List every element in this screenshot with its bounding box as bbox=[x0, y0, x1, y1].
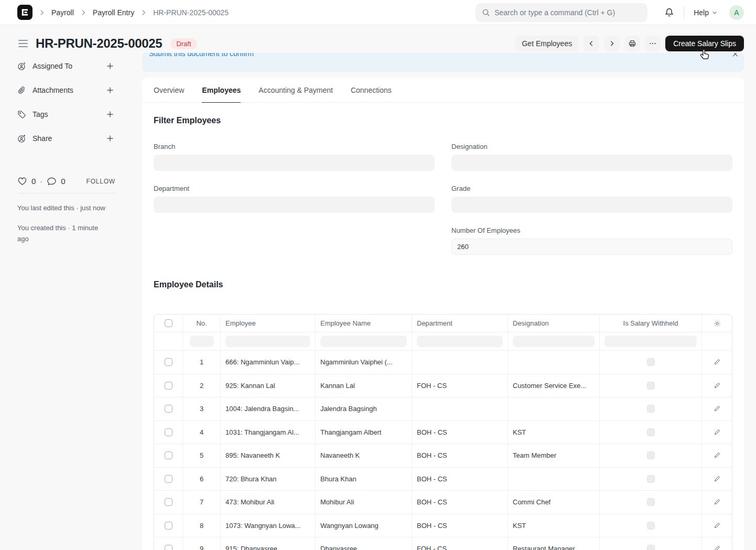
breadcrumb-payroll[interactable]: Payroll bbox=[51, 8, 74, 17]
employee-name-cell[interactable]: Dhanyasree bbox=[315, 537, 412, 550]
row-checkbox[interactable] bbox=[165, 498, 172, 506]
employee-name-cell[interactable]: Jalendra Bagsingh bbox=[315, 397, 412, 420]
add-assignment-button[interactable] bbox=[105, 61, 115, 71]
follow-button[interactable]: FOLLOW bbox=[87, 178, 115, 185]
department-cell[interactable]: BOH - CS bbox=[412, 444, 507, 467]
department-cell[interactable]: FOH - CS bbox=[412, 537, 507, 550]
tab-overview[interactable]: Overview bbox=[154, 78, 184, 103]
tab-accounting-payment[interactable]: Accounting & Payment bbox=[258, 78, 333, 103]
is-salary-withheld-checkbox[interactable] bbox=[647, 522, 655, 530]
employee-name-cell[interactable]: Bhura Khan bbox=[315, 468, 412, 491]
select-all-checkbox[interactable] bbox=[165, 319, 172, 327]
row-checkbox[interactable] bbox=[165, 475, 172, 483]
filter-is-salary-withheld-input[interactable] bbox=[604, 336, 697, 347]
submit-alert-link[interactable]: Submit this document to confirm bbox=[149, 53, 254, 58]
tab-employees[interactable]: Employees bbox=[202, 78, 241, 103]
row-checkbox[interactable] bbox=[165, 451, 172, 459]
edit-row-button[interactable] bbox=[701, 397, 732, 420]
edit-row-button[interactable] bbox=[701, 491, 732, 514]
col-header-employee-name[interactable]: Employee Name bbox=[315, 315, 412, 332]
employee-name-cell[interactable]: Ngamminlun Vaiphei (... bbox=[315, 351, 412, 374]
col-header-employee[interactable]: Employee bbox=[220, 315, 315, 332]
sidebar-item-assigned-to[interactable]: Assigned To bbox=[17, 59, 115, 73]
designation-cell[interactable]: Commi Chef bbox=[507, 491, 599, 514]
edit-row-button[interactable] bbox=[701, 374, 732, 397]
filter-no-input[interactable] bbox=[190, 336, 214, 347]
department-cell[interactable]: FOH - CS bbox=[412, 374, 507, 397]
employee-cell[interactable]: 666: Ngamminlun Vaip... bbox=[220, 351, 315, 374]
department-cell[interactable]: BOH - CS bbox=[412, 468, 507, 491]
add-tag-button[interactable] bbox=[105, 109, 115, 120]
sidebar-item-tags[interactable]: Tags bbox=[17, 107, 115, 122]
is-salary-withheld-checkbox[interactable] bbox=[647, 475, 655, 483]
table-settings-button[interactable] bbox=[701, 315, 732, 332]
designation-cell[interactable]: KST bbox=[507, 514, 599, 537]
employee-cell[interactable]: 915: Dhanyasree bbox=[220, 537, 315, 550]
breadcrumb-payroll-entry[interactable]: Payroll Entry bbox=[93, 8, 134, 17]
close-icon[interactable] bbox=[732, 53, 739, 59]
employee-cell[interactable]: 1031: Thangjangam Al... bbox=[220, 421, 315, 444]
is-salary-withheld-checkbox[interactable] bbox=[647, 405, 655, 413]
user-avatar[interactable]: A bbox=[729, 5, 744, 20]
grade-input[interactable] bbox=[451, 197, 732, 213]
designation-cell[interactable]: Team Member bbox=[507, 444, 599, 467]
edit-row-button[interactable] bbox=[701, 537, 732, 550]
col-header-is-salary-withheld[interactable]: Is Salary Withheld bbox=[599, 315, 701, 332]
sidebar-toggle-icon[interactable] bbox=[17, 38, 29, 49]
edit-row-button[interactable] bbox=[701, 421, 732, 444]
designation-cell[interactable] bbox=[507, 468, 599, 491]
row-checkbox[interactable] bbox=[165, 428, 172, 436]
edit-row-button[interactable] bbox=[701, 351, 732, 374]
comment-icon[interactable] bbox=[47, 176, 57, 186]
designation-cell[interactable] bbox=[507, 351, 599, 374]
department-cell[interactable]: BOH - CS bbox=[412, 421, 507, 444]
designation-cell[interactable]: Customer Service Exe... bbox=[507, 374, 599, 397]
is-salary-withheld-checkbox[interactable] bbox=[647, 382, 655, 390]
add-share-button[interactable] bbox=[105, 133, 115, 144]
department-cell[interactable] bbox=[412, 351, 507, 374]
is-salary-withheld-checkbox[interactable] bbox=[647, 545, 655, 550]
row-checkbox[interactable] bbox=[165, 405, 172, 413]
employee-cell[interactable]: 895: Navaneeth K bbox=[220, 444, 315, 467]
department-input[interactable] bbox=[154, 197, 435, 213]
department-cell[interactable]: BOH - CS bbox=[412, 491, 507, 514]
edit-row-button[interactable] bbox=[701, 444, 732, 467]
employee-name-cell[interactable]: Navaneeth K bbox=[315, 444, 412, 467]
add-attachment-button[interactable] bbox=[105, 85, 115, 95]
designation-input[interactable] bbox=[451, 155, 732, 171]
department-cell[interactable]: BOH - CS bbox=[412, 514, 507, 537]
branch-input[interactable] bbox=[154, 155, 435, 171]
sidebar-item-share[interactable]: Share bbox=[17, 131, 115, 146]
employee-cell[interactable]: 925: Kannan Lal bbox=[220, 374, 315, 397]
employee-name-cell[interactable]: Wangnyan Lowang bbox=[315, 514, 412, 537]
designation-cell[interactable]: KST bbox=[507, 421, 599, 444]
employee-name-cell[interactable]: Mohibur Ali bbox=[315, 491, 412, 514]
sidebar-item-attachments[interactable]: Attachments bbox=[17, 83, 115, 98]
employee-cell[interactable]: 720: Bhura Khan bbox=[220, 468, 315, 491]
edit-row-button[interactable] bbox=[701, 514, 732, 537]
is-salary-withheld-checkbox[interactable] bbox=[647, 358, 655, 366]
is-salary-withheld-checkbox[interactable] bbox=[647, 451, 655, 459]
employee-cell[interactable]: 1073: Wangnyan Lowa... bbox=[220, 514, 315, 537]
app-logo[interactable] bbox=[17, 5, 33, 20]
tab-connections[interactable]: Connections bbox=[351, 78, 392, 103]
is-salary-withheld-checkbox[interactable] bbox=[647, 428, 655, 436]
employee-cell[interactable]: 473: Mohibur Ali bbox=[220, 491, 315, 514]
department-cell[interactable] bbox=[412, 397, 507, 420]
designation-cell[interactable]: Restaurant Manager bbox=[507, 537, 599, 550]
employee-name-cell[interactable]: Kannan Lal bbox=[315, 374, 412, 397]
employee-cell[interactable]: 1004: Jalendra Bagsin... bbox=[220, 397, 315, 420]
filter-designation-input[interactable] bbox=[513, 336, 595, 347]
global-search-input[interactable]: Search or type a command (Ctrl + G) bbox=[476, 3, 647, 22]
edit-row-button[interactable] bbox=[701, 468, 732, 491]
row-checkbox[interactable] bbox=[165, 382, 172, 390]
designation-cell[interactable] bbox=[507, 397, 599, 420]
row-checkbox[interactable] bbox=[165, 358, 172, 366]
col-header-department[interactable]: Department bbox=[412, 315, 507, 332]
row-checkbox[interactable] bbox=[165, 545, 172, 550]
filter-department-input[interactable] bbox=[417, 336, 503, 347]
filter-employee-name-input[interactable] bbox=[320, 336, 407, 347]
heart-icon[interactable] bbox=[17, 176, 27, 186]
col-header-designation[interactable]: Designation bbox=[507, 315, 599, 332]
is-salary-withheld-checkbox[interactable] bbox=[647, 498, 655, 506]
